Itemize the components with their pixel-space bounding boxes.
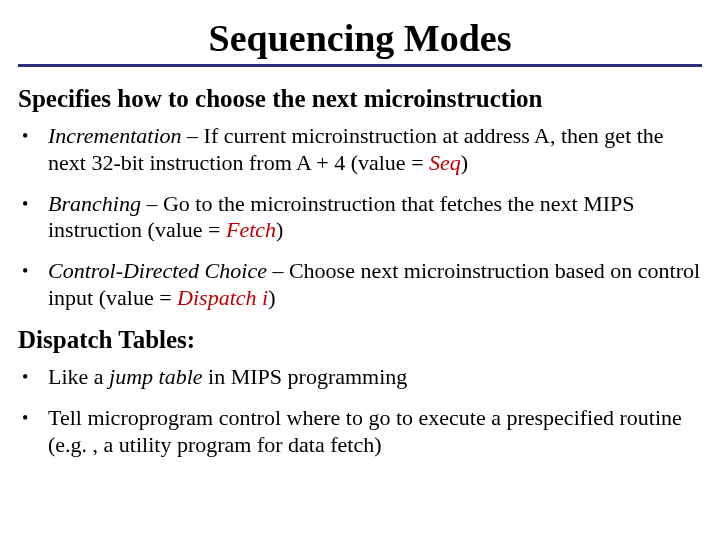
section-heading-2: Dispatch Tables:	[18, 326, 702, 354]
pre-text: Like a	[48, 364, 109, 389]
bullet-list-1: • Incrementation – If current microinstr…	[18, 123, 702, 312]
close-paren: )	[276, 217, 283, 242]
list-item: • Incrementation – If current microinstr…	[22, 123, 702, 177]
bullet-icon: •	[22, 123, 48, 150]
bullet-icon: •	[22, 191, 48, 218]
term: Branching	[48, 191, 141, 216]
list-item: • Tell microprogram control where to go …	[22, 405, 702, 459]
bullet-content: Incrementation – If current microinstruc…	[48, 123, 702, 177]
value: Seq	[429, 150, 461, 175]
term: Incrementation	[48, 123, 182, 148]
divider	[18, 64, 702, 67]
value: Fetch	[226, 217, 276, 242]
slide: Sequencing Modes Specifies how to choose…	[0, 0, 720, 540]
post-text: in MIPS programming	[203, 364, 408, 389]
close-paren: )	[461, 150, 468, 175]
bullet-icon: •	[22, 364, 48, 391]
bullet-list-2: • Like a jump table in MIPS programming …	[18, 364, 702, 459]
list-item: • Control-Directed Choice – Choose next …	[22, 258, 702, 312]
value: Dispatch i	[177, 285, 268, 310]
slide-title: Sequencing Modes	[18, 16, 702, 60]
bullet-content: Tell microprogram control where to go to…	[48, 405, 702, 459]
list-item: • Like a jump table in MIPS programming	[22, 364, 702, 391]
term: Control-Directed Choice	[48, 258, 267, 283]
term: jump table	[109, 364, 203, 389]
bullet-icon: •	[22, 405, 48, 432]
list-item: • Branching – Go to the microinstruction…	[22, 191, 702, 245]
bullet-icon: •	[22, 258, 48, 285]
dash: –	[182, 123, 204, 148]
section-heading-1: Specifies how to choose the next microin…	[18, 85, 702, 113]
close-paren: )	[268, 285, 275, 310]
bullet-content: Like a jump table in MIPS programming	[48, 364, 702, 391]
title-underline	[18, 64, 702, 75]
bullet-content: Control-Directed Choice – Choose next mi…	[48, 258, 702, 312]
bullet-content: Branching – Go to the microinstruction t…	[48, 191, 702, 245]
dash: –	[267, 258, 289, 283]
dash: –	[141, 191, 163, 216]
